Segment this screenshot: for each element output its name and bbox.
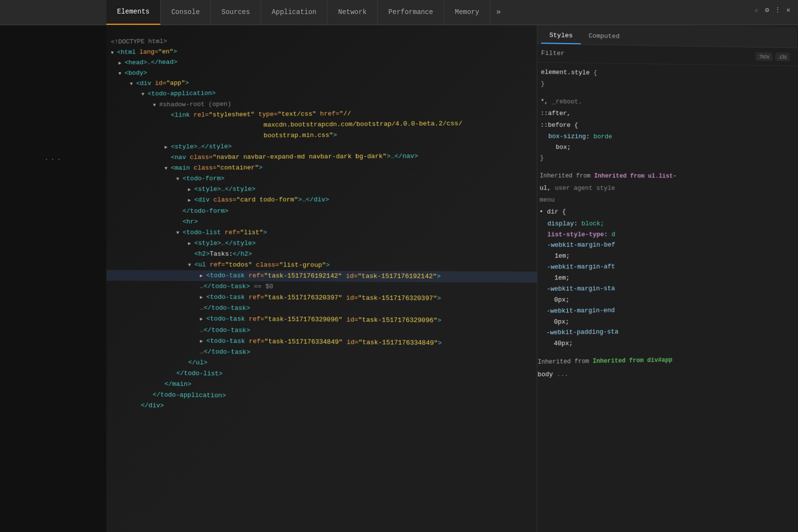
tab-console[interactable]: Console (161, 0, 211, 25)
dom-line-h2: <h2>Tasks:</h2> (106, 249, 537, 261)
display-prop: display: block; (539, 219, 790, 230)
cls-filter-button[interactable]: .cls (775, 52, 790, 61)
dom-line-todo-list: <todo-list ref="list"> (106, 227, 537, 238)
dom-line-hr: <hr> (106, 216, 537, 227)
dom-line-div-card: <div class="card todo-form">…</div> (106, 194, 537, 206)
hov-filter-button[interactable]: :hov (756, 52, 773, 60)
dom-line-style3: <style>…</style> (106, 238, 537, 250)
tab-more-button[interactable]: » (490, 0, 507, 25)
tab-application[interactable]: Application (261, 0, 327, 25)
settings-icon[interactable]: ⚙ (763, 6, 771, 14)
tab-sources[interactable]: Sources (211, 0, 261, 25)
webkit-margin-before: -webkit-margin-bef (539, 239, 790, 251)
styles-panel: Styles Computed Filter :hov .cls (537, 25, 798, 532)
after-selector: ::after, (540, 108, 790, 121)
tab-elements[interactable]: Elements (106, 0, 161, 25)
window-controls: ☆ ⚙ ⋮ ✕ (753, 6, 792, 14)
dom-line-style2: <style>…</style> (106, 183, 537, 195)
dir-selector: • dir { (539, 207, 790, 218)
wildcard-selector: *, _reboot. (541, 97, 790, 110)
filter-label: Filter (541, 49, 565, 57)
menu-selector: menu (539, 195, 790, 206)
webkit-margin-before-val: 1em; (539, 250, 790, 262)
ul-rule-block: ul, user agent style menu • dir { displa… (538, 183, 791, 350)
box-val: box; (540, 143, 790, 155)
css-rules-content: element.style { } *, _reboot. ::after, (537, 62, 798, 387)
left-sidebar: ... (0, 25, 106, 532)
dom-line-link: <link rel="stylesheet" type="text/css" h… (107, 106, 537, 142)
dom-line-main: <main class="container"> (106, 161, 537, 174)
element-style-block: element.style { } (541, 68, 790, 93)
dom-panel[interactable]: <!DOCTYPE html> <html lang="en"> <head>…… (106, 25, 537, 532)
styles-tab-computed[interactable]: Computed (581, 28, 628, 45)
tab-network[interactable]: Network (327, 0, 378, 25)
inherited-ul-label: Inherited from Inherited from ul.list- (540, 171, 790, 182)
before-selector: ::before { (540, 120, 790, 133)
tab-memory[interactable]: Memory (444, 0, 490, 25)
body-selector: body ... (537, 366, 791, 381)
wildcard-block: *, _reboot. ::after, ::before { box-sizi… (540, 97, 790, 165)
main-container: ... <!DOCTYPE html> <html lang="en"> <he… (0, 25, 798, 532)
close-devtools-icon[interactable]: ✕ (784, 6, 792, 14)
dom-line-todo-form: <todo-form> (106, 172, 537, 184)
wildcard-close: } (540, 153, 790, 165)
sidebar-dots: ... (44, 153, 62, 163)
styles-tab-styles[interactable]: Styles (541, 28, 581, 44)
inherited-div-label: Inherited from Inherited from div#app (538, 354, 791, 368)
box-sizing-prop: box-sizing: borde (540, 132, 790, 144)
dom-line-close-todo-form: </todo-form> (106, 205, 537, 216)
more-options-icon[interactable]: ⋮ (774, 6, 782, 14)
devtools-tab-bar: Elements Console Sources Application Net… (0, 0, 798, 25)
ul-selector: ul, user agent style (540, 183, 790, 194)
bookmark-icon[interactable]: ☆ (753, 6, 760, 14)
dom-tree: <!DOCTYPE html> <html lang="en"> <head>…… (106, 27, 537, 421)
element-style-close: } (541, 79, 790, 93)
list-style-prop: list-style-type: d (539, 229, 791, 241)
tab-performance[interactable]: Performance (378, 0, 444, 25)
